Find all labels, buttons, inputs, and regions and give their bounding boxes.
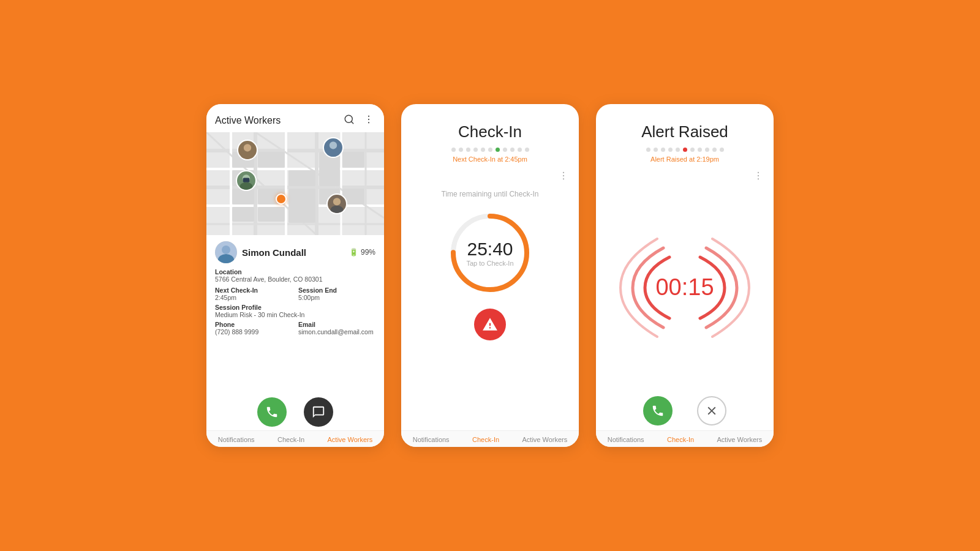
timer-tap-label: Tap to Check-In: [466, 260, 513, 267]
dot3-5: [676, 148, 680, 152]
svg-rect-20: [258, 152, 285, 168]
email-value: simon.cundall@email.com: [298, 328, 375, 335]
screen-checkin: Check-In Next Check-In at 2:45pm Time: [401, 104, 579, 447]
svg-point-42: [222, 246, 230, 254]
screen2-more-btn-row: [401, 169, 579, 185]
svg-point-46: [563, 178, 564, 179]
worker-header-row: Simon Cundall 🔋 99%: [215, 241, 375, 263]
screen3-top: Alert Raised Alert Raised at 2:19pm: [596, 104, 774, 169]
call-button[interactable]: [257, 397, 287, 427]
nav-checkin-3[interactable]: Check-In: [667, 436, 694, 443]
svg-point-32: [244, 144, 251, 151]
phone-label: Phone: [215, 321, 292, 328]
svg-point-34: [330, 141, 337, 149]
avatar-pin-2: [323, 137, 344, 158]
timer-circle[interactable]: 25:40 Tap to Check-In: [444, 207, 536, 299]
screen2-subtitle: Next Check-In at 2:45pm: [413, 156, 567, 163]
dot3-4: [668, 148, 673, 152]
location-dot: [276, 193, 287, 204]
more-options-button[interactable]: [362, 113, 375, 129]
screen3-title: Alert Raised: [608, 122, 761, 141]
dots-row-screen3: [608, 148, 761, 152]
screen2-title: Check-In: [413, 122, 567, 141]
screen1-header-icons: [342, 113, 375, 129]
session-end-label: Session End: [298, 287, 375, 294]
svg-point-40: [330, 206, 343, 214]
dot3-8: [698, 148, 702, 152]
dot3-7: [690, 148, 695, 152]
dot-2: [459, 148, 463, 152]
worker-info: Simon Cundall 🔋 99% Location 5766 Centra…: [206, 235, 384, 392]
dismiss-alert-button[interactable]: [697, 396, 726, 425]
dot3-2: [654, 148, 658, 152]
location-label: Location: [215, 268, 375, 276]
dot3-9: [705, 148, 709, 152]
avatar-pin-3: [236, 170, 257, 191]
screen2-top: Check-In Next Check-In at 2:45pm: [401, 104, 579, 169]
timer-label: Time remaining until Check-In: [401, 190, 579, 198]
search-button[interactable]: [342, 113, 356, 129]
nav-active-workers-2[interactable]: Active Workers: [522, 436, 568, 443]
screen1-title: Active Workers: [215, 115, 281, 126]
map-svg: [206, 132, 384, 235]
dot-1: [451, 148, 456, 152]
action-buttons: [206, 392, 384, 430]
timer-time: 25:40: [466, 239, 513, 260]
nav-active-workers-1[interactable]: Active Workers: [328, 436, 373, 443]
svg-rect-28: [232, 207, 254, 222]
svg-line-1: [351, 121, 353, 123]
dot-11: [525, 148, 529, 152]
svg-rect-30: [342, 152, 364, 168]
dot-6: [488, 148, 492, 152]
screen2-more-button[interactable]: [557, 169, 570, 185]
bottom-nav-screen3: Notifications Check-In Active Workers: [596, 430, 774, 447]
nav-checkin-2[interactable]: Check-In: [472, 436, 499, 443]
nav-notifications-3[interactable]: Notifications: [608, 436, 644, 443]
screens-container: Active Workers: [206, 104, 774, 447]
worker-avatar: [215, 241, 237, 263]
worker-identity: Simon Cundall: [215, 241, 306, 263]
alert-icon-area: 00:15: [596, 185, 774, 390]
screen3-action-buttons: [596, 390, 774, 430]
alert-timer-display: 00:15: [655, 274, 714, 301]
battery-info: 🔋 99%: [349, 248, 375, 257]
svg-point-33: [241, 152, 254, 160]
bottom-nav-screen2: Notifications Check-In Active Workers: [401, 430, 579, 447]
screen3-call-button[interactable]: [643, 396, 673, 425]
svg-point-39: [333, 198, 341, 205]
svg-point-49: [758, 172, 759, 173]
message-button[interactable]: [304, 397, 333, 427]
avatar-pin-4: [326, 193, 347, 214]
dots-row-screen2: [413, 148, 567, 152]
info-grid: Next Check-In 2:45pm Session End 5:00pm …: [215, 287, 375, 335]
screen-active-workers: Active Workers: [206, 104, 384, 447]
phone-value: (720) 888 9999: [215, 328, 292, 335]
battery-icon: 🔋: [349, 248, 358, 257]
next-checkin-label: Next Check-In: [215, 287, 292, 294]
location-value: 5766 Central Ave, Boulder, CO 80301: [215, 276, 375, 283]
alert-raise-button[interactable]: [474, 309, 506, 340]
dot3-3: [661, 148, 665, 152]
next-checkin-section: Next Check-In 2:45pm: [215, 287, 292, 301]
location-section: Location 5766 Central Ave, Boulder, CO 8…: [215, 268, 375, 283]
dot-10: [518, 148, 522, 152]
dot-7-active: [496, 148, 500, 152]
session-end-value: 5:00pm: [298, 294, 375, 301]
dot-3: [466, 148, 470, 152]
worker-name: Simon Cundall: [242, 247, 306, 258]
nav-notifications-1[interactable]: Notifications: [218, 436, 255, 443]
svg-point-50: [758, 175, 759, 176]
dot-5: [481, 148, 485, 152]
svg-rect-26: [288, 189, 315, 223]
dot3-10: [712, 148, 717, 152]
next-checkin-value: 2:45pm: [215, 294, 292, 301]
screen1-header: Active Workers: [206, 104, 384, 132]
screen3-more-button[interactable]: [752, 169, 765, 185]
dot3-1: [646, 148, 650, 152]
nav-notifications-2[interactable]: Notifications: [413, 436, 450, 443]
nav-active-workers-3[interactable]: Active Workers: [717, 436, 763, 443]
session-profile-value: Medium Risk - 30 min Check-In: [215, 311, 375, 318]
dot-8: [503, 148, 507, 152]
nav-checkin-1[interactable]: Check-In: [277, 436, 304, 443]
svg-point-35: [326, 149, 339, 158]
